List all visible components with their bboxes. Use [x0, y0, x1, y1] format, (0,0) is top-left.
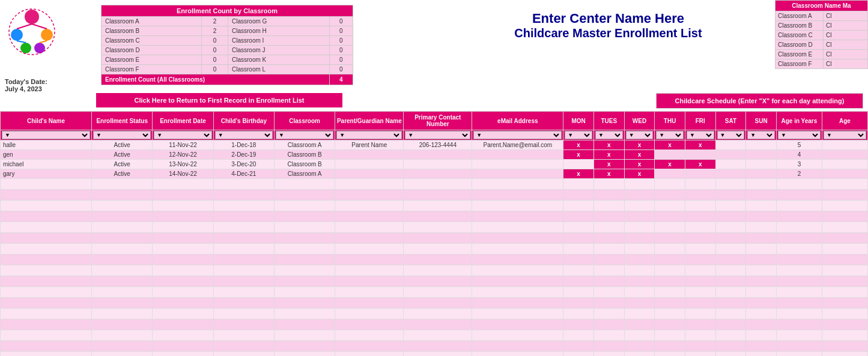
empty-cell [404, 255, 472, 265]
filter-fri-select[interactable]: ▼ [687, 131, 714, 139]
empty-cell [776, 190, 822, 201]
empty-cell [472, 244, 563, 255]
empty-cell [213, 309, 274, 319]
empty-cell [404, 330, 472, 341]
empty-cell [593, 201, 624, 211]
empty-cell [404, 265, 472, 276]
empty-cell [593, 330, 624, 341]
empty-cell [746, 319, 777, 330]
empty-cell [776, 330, 822, 341]
empty-cell [685, 211, 715, 222]
empty-cell [153, 179, 213, 190]
empty-cell [563, 179, 594, 190]
empty-cell [746, 341, 777, 352]
empty-cell [624, 352, 655, 357]
empty-cell [274, 179, 335, 190]
table-cell: x [563, 140, 594, 150]
empty-cell [822, 341, 867, 352]
filter-age2-select[interactable]: ▼ [824, 131, 866, 139]
empty-cell [624, 211, 655, 222]
empty-cell [472, 222, 563, 233]
table-cell: Classroom A [274, 169, 335, 179]
empty-cell [593, 309, 624, 319]
empty-cell [92, 276, 153, 287]
empty-cell [274, 287, 335, 298]
col-header-parent: Parent/Guardian Name [335, 112, 404, 130]
table-cell [472, 150, 563, 160]
filter-parent-select[interactable]: ▼ [336, 131, 402, 139]
empty-cell [472, 190, 563, 201]
filter-enroll-date-select[interactable]: ▼ [154, 131, 211, 139]
schedule-header: Childcare Schedule (Enter "X" for each d… [656, 93, 863, 109]
empty-cell [563, 319, 594, 330]
table-cell: x [563, 169, 594, 179]
empty-cell [472, 233, 563, 244]
classroom-name-row-b: Classroom B Cl [775, 21, 868, 31]
filter-mon-select[interactable]: ▼ [565, 131, 592, 139]
empty-cell [655, 341, 685, 352]
empty-cell [153, 341, 213, 352]
empty-cell [776, 341, 822, 352]
table-cell: 2-Dec-19 [213, 150, 274, 160]
empty-cell [472, 330, 563, 341]
filter-row: ▼ ▼ ▼ ▼ ▼ ▼ ▼ ▼ ▼ ▼ ▼ ▼ ▼ ▼ ▼ ▼ ▼ [1, 130, 868, 140]
empty-cell [563, 287, 594, 298]
filter-sat-select[interactable]: ▼ [717, 131, 745, 139]
table-cell: 1-Dec-18 [213, 140, 274, 150]
return-first-record-button[interactable]: Click Here to Return to First Record in … [96, 93, 342, 107]
empty-cell [593, 319, 624, 330]
empty-cell [213, 330, 274, 341]
empty-cell [274, 265, 335, 276]
empty-cell [822, 233, 867, 244]
empty-cell [776, 309, 822, 319]
table-cell: 3 [776, 160, 822, 169]
col-header-classroom: Classroom [274, 112, 335, 130]
table-cell [472, 169, 563, 179]
table-cell: 206-123-4444 [404, 140, 472, 150]
empty-cell [776, 276, 822, 287]
empty-cell [685, 287, 715, 298]
empty-cell [563, 211, 594, 222]
filter-tue-select[interactable]: ▼ [595, 131, 623, 139]
filter-wed-select[interactable]: ▼ [626, 131, 654, 139]
empty-cell [563, 352, 594, 357]
empty-cell [1, 287, 92, 298]
table-cell: 5 [776, 140, 822, 150]
table-cell: x [624, 140, 655, 150]
empty-cell [822, 265, 867, 276]
empty-cell [593, 222, 624, 233]
filter-sun-select[interactable]: ▼ [747, 131, 775, 139]
empty-cell [685, 352, 715, 357]
empty-cell [624, 244, 655, 255]
empty-cell [335, 319, 404, 330]
filter-bday-select[interactable]: ▼ [215, 131, 273, 139]
filter-name-select[interactable]: ▼ [2, 131, 90, 139]
empty-cell [822, 352, 867, 357]
filter-classroom-select[interactable]: ▼ [276, 131, 333, 139]
main-table-section: Child's Name Enrollment Status Enrollmen… [0, 111, 868, 356]
empty-cell [1, 298, 92, 309]
filter-status-select[interactable]: ▼ [93, 131, 151, 139]
empty-cell [153, 190, 213, 201]
empty-cell [472, 255, 563, 265]
filter-age: ▼ [776, 130, 822, 140]
empty-cell [1, 352, 92, 357]
empty-cell [822, 276, 867, 287]
table-cell: x [593, 169, 624, 179]
today-label: Today's Date: [5, 78, 47, 85]
table-cell: x [624, 169, 655, 179]
filter-phone-select[interactable]: ▼ [405, 131, 470, 139]
empty-cell [213, 287, 274, 298]
empty-cell [655, 255, 685, 265]
filter-email-select[interactable]: ▼ [473, 131, 562, 139]
empty-cell [563, 255, 594, 265]
filter-age-select[interactable]: ▼ [778, 131, 821, 139]
table-cell [404, 160, 472, 169]
table-cell [685, 150, 715, 160]
empty-cell [153, 265, 213, 276]
table-cell [563, 160, 594, 169]
empty-row [1, 211, 868, 222]
empty-cell [213, 244, 274, 255]
filter-thu-select[interactable]: ▼ [656, 131, 684, 139]
empty-cell [404, 352, 472, 357]
